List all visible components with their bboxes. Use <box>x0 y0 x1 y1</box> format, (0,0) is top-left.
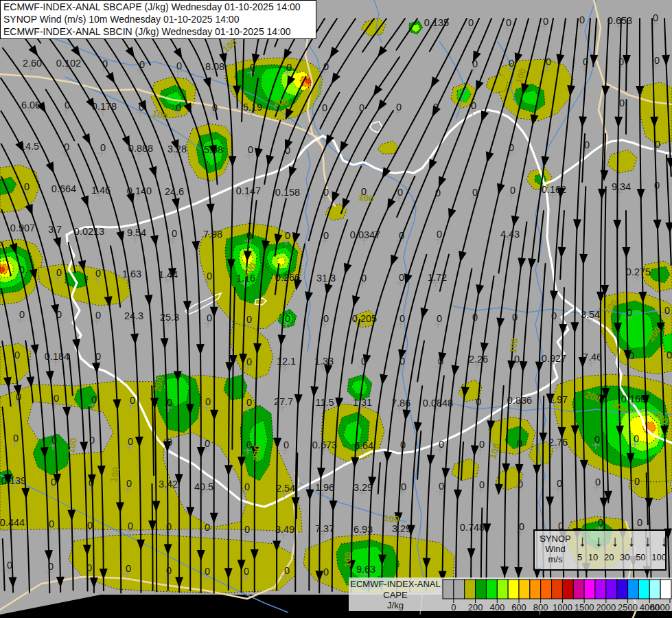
streamline-arrowhead-icon <box>81 195 89 207</box>
wind-speed-arrow-icon: ↓ <box>595 531 603 553</box>
streamline-arrowhead-icon <box>71 45 80 57</box>
station-value-label: 0 <box>207 271 212 282</box>
wind-speed-label: 30 <box>620 552 629 562</box>
streamline-arrowhead-icon <box>614 117 623 128</box>
station-value-label: 0 <box>654 180 660 191</box>
streamline-arrowhead-icon <box>306 489 314 500</box>
wind-streamline <box>498 236 505 273</box>
station-value-label: 0 <box>472 312 478 323</box>
streamline-arrowhead-icon <box>518 258 526 269</box>
station-value-label: 7.98 <box>203 229 222 240</box>
cin-contour-label: 100 <box>221 37 240 55</box>
station-value-label: 0 <box>205 396 211 407</box>
station-value-label: 0.102 <box>56 58 81 69</box>
wind-streamline <box>309 111 362 241</box>
streamline-arrowhead-icon <box>82 133 90 145</box>
colorbar-cell <box>660 580 671 599</box>
station-value-label: 0.907 <box>10 222 35 233</box>
station-value-label: 5.08 <box>204 144 223 155</box>
wind-speed-arrow-icon: ↓ <box>627 531 635 553</box>
streamline-arrowhead-icon <box>384 451 392 462</box>
station-value-label: 0.836 <box>507 395 532 406</box>
station-value-label: 11.5 <box>315 397 334 408</box>
streamline-arrowhead-icon <box>161 338 169 349</box>
station-value-label: 0.0347 <box>350 229 380 240</box>
streamline-arrowhead-icon <box>116 231 124 242</box>
station-value-label: 0 <box>14 350 20 360</box>
station-value-label: 0.205 <box>352 313 377 324</box>
station-value-label: 0 <box>323 61 329 72</box>
station-value-label: 0 <box>167 397 172 408</box>
station-value-label: 0 <box>512 312 518 323</box>
streamline-arrowhead-icon <box>325 284 333 295</box>
streamline-arrowhead-icon <box>329 501 338 512</box>
streamline-arrowhead-icon <box>496 317 505 329</box>
station-value-label: 0 <box>323 313 329 324</box>
station-value-label: 0 <box>212 102 218 113</box>
station-value-label: 0 <box>598 517 603 528</box>
streamline-arrowhead-icon <box>266 155 275 167</box>
cin-contour-label: 100 <box>343 551 354 567</box>
wind-speed-label: 20 <box>604 552 614 562</box>
wind-streamline <box>626 19 627 91</box>
station-value-label: 0.888 <box>128 143 153 154</box>
station-value-label: 0.0213 <box>74 226 104 237</box>
station-value-label: 2.26 <box>469 354 488 365</box>
station-value-label: 0 <box>246 397 252 408</box>
station-value-label: 2.76 <box>548 437 568 448</box>
streamline-arrowhead-icon <box>46 371 54 382</box>
streamline-arrowhead-icon <box>451 365 459 377</box>
station-value-label: 0 <box>130 395 135 406</box>
station-value-label: 0 <box>244 524 250 535</box>
station-value-label: 0 <box>51 435 57 446</box>
station-value-label: 0 <box>438 356 443 367</box>
streamline-arrowhead-icon <box>402 409 410 421</box>
station-value-label: 0 <box>51 477 56 488</box>
station-value-label: 0 <box>126 563 131 574</box>
streamline-arrowhead-icon <box>486 151 494 163</box>
station-value-label: 3.28 <box>167 144 187 154</box>
station-value-label: 0 <box>433 102 439 113</box>
station-value-label: 1.97 <box>548 394 568 405</box>
streamline-arrowhead-icon <box>294 394 303 405</box>
streamline-arrowhead-icon <box>653 220 662 231</box>
station-value-label: 0 <box>397 187 403 198</box>
wind-speed-arrow-icon: ↓ <box>579 531 586 553</box>
station-value-label: 0 <box>244 566 249 577</box>
streamline-arrowhead-icon <box>579 254 588 265</box>
station-value-label: 0 <box>399 230 404 241</box>
streamline-arrowhead-icon <box>476 80 483 91</box>
station-value-label: 0 <box>56 267 62 278</box>
station-value-label: 0.0848 <box>423 398 453 409</box>
station-value-label: 0 <box>629 350 634 361</box>
station-value-label: 12.1 <box>277 356 296 367</box>
streamline-arrowhead-icon <box>183 301 192 312</box>
station-value-label: 0.673 <box>312 439 337 450</box>
cape-region-olive <box>452 459 479 481</box>
cape-region-olive <box>378 141 398 154</box>
colorbar-cell <box>617 580 628 599</box>
station-value-label: 0 <box>248 144 253 155</box>
wind-streamline <box>396 19 417 50</box>
streamline-arrowhead-icon <box>520 361 528 372</box>
streamline-arrowhead-icon <box>427 455 435 466</box>
station-value-label: 0 <box>551 310 557 321</box>
colorbar-cell <box>465 580 476 599</box>
station-value-label: 0 <box>283 439 289 450</box>
station-value-label: 27.7 <box>274 396 293 407</box>
wind-streamline <box>152 484 152 591</box>
colorbar-cell <box>628 580 639 599</box>
streamline-arrowhead-icon <box>289 166 297 178</box>
streamline-arrowhead-icon <box>645 498 653 509</box>
station-value-label: 0 <box>510 185 515 196</box>
colorbar-cell <box>649 580 660 599</box>
streamline-arrowhead-icon <box>332 73 340 84</box>
streamline-arrowhead-icon <box>579 116 587 127</box>
station-value-label: 0 <box>128 436 133 447</box>
station-value-label: 0 <box>664 305 670 316</box>
station-value-label: 0 <box>437 313 442 324</box>
station-value-label: 0 <box>285 230 290 241</box>
station-value-label: 0 <box>128 520 133 531</box>
station-value-label: 0 <box>579 14 585 25</box>
station-value-label: 0 <box>246 230 252 241</box>
